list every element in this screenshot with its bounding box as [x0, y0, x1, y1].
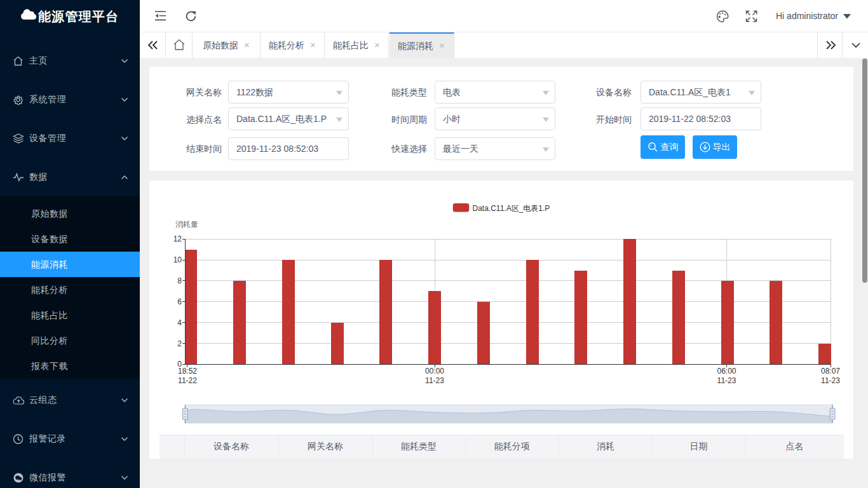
svg-text:11-23: 11-23: [821, 376, 840, 385]
svg-text:11-23: 11-23: [425, 376, 444, 385]
svg-text:6: 6: [177, 297, 182, 306]
svg-text:11-22: 11-22: [178, 376, 197, 385]
svg-text:00:00: 00:00: [425, 367, 444, 376]
svg-text:08:07: 08:07: [821, 367, 840, 376]
svg-text:4: 4: [177, 318, 182, 327]
svg-text:消耗量: 消耗量: [175, 220, 198, 229]
svg-text:10: 10: [173, 255, 182, 264]
svg-text:2: 2: [177, 339, 182, 348]
svg-text:8: 8: [177, 276, 182, 285]
svg-text:06:00: 06:00: [717, 367, 736, 376]
svg-text:12: 12: [173, 234, 182, 243]
svg-text:Data.C11.A区_电表1.P: Data.C11.A区_电表1.P: [473, 204, 550, 213]
svg-text:11-23: 11-23: [717, 376, 736, 385]
svg-text:18:52: 18:52: [178, 367, 197, 376]
